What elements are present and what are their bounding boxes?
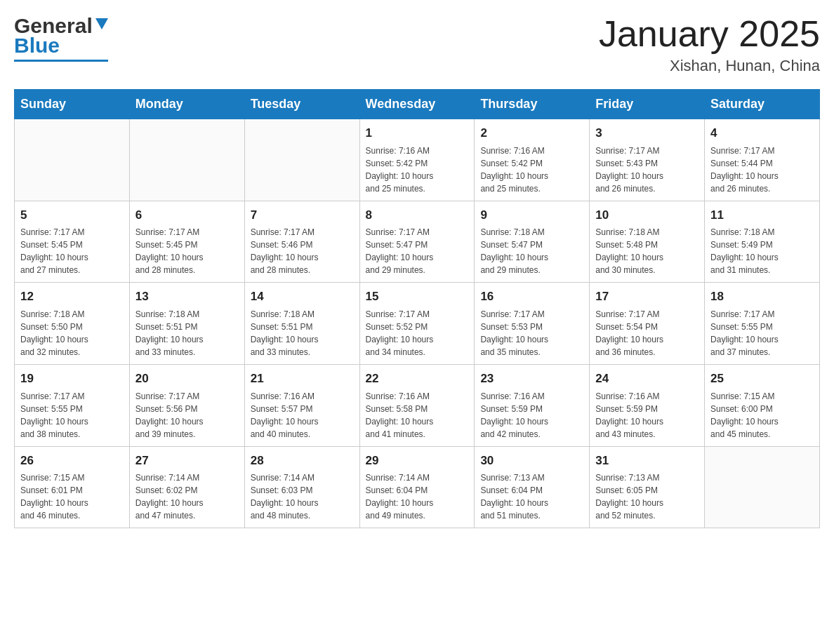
header-saturday: Saturday xyxy=(705,90,820,119)
calendar-day: 19Sunrise: 7:17 AMSunset: 5:55 PMDayligh… xyxy=(15,365,130,447)
day-number: 25 xyxy=(710,370,814,388)
calendar-body: 1Sunrise: 7:16 AMSunset: 5:42 PMDaylight… xyxy=(15,119,820,528)
calendar-day: 17Sunrise: 7:17 AMSunset: 5:54 PMDayligh… xyxy=(590,283,705,365)
calendar-day: 21Sunrise: 7:16 AMSunset: 5:57 PMDayligh… xyxy=(244,365,359,447)
title-area: January 2025 Xishan, Hunan, China xyxy=(599,14,820,75)
day-number: 1 xyxy=(366,125,469,142)
day-number: 12 xyxy=(20,288,124,306)
calendar-day xyxy=(705,446,820,528)
calendar-day: 9Sunrise: 7:18 AMSunset: 5:47 PMDaylight… xyxy=(475,201,590,283)
calendar-day: 27Sunrise: 7:14 AMSunset: 6:02 PMDayligh… xyxy=(129,446,244,528)
day-info: Sunrise: 7:17 AMSunset: 5:55 PMDaylight:… xyxy=(710,308,814,358)
day-number: 7 xyxy=(251,207,354,224)
day-number: 9 xyxy=(480,207,583,224)
calendar-day: 5Sunrise: 7:17 AMSunset: 5:45 PMDaylight… xyxy=(15,201,130,283)
day-number: 31 xyxy=(595,452,699,470)
calendar-day: 14Sunrise: 7:18 AMSunset: 5:51 PMDayligh… xyxy=(244,283,359,365)
calendar-header: Sunday Monday Tuesday Wednesday Thursday… xyxy=(15,90,820,119)
day-info: Sunrise: 7:14 AMSunset: 6:04 PMDaylight:… xyxy=(366,471,469,522)
calendar-day: 6Sunrise: 7:17 AMSunset: 5:45 PMDaylight… xyxy=(129,201,244,283)
day-number: 18 xyxy=(710,288,814,306)
page-header: General Blue January 2025 Xishan, Hunan,… xyxy=(14,14,820,75)
logo-blue-text: Blue xyxy=(14,34,60,58)
day-info: Sunrise: 7:16 AMSunset: 5:59 PMDaylight:… xyxy=(480,390,583,441)
day-info: Sunrise: 7:18 AMSunset: 5:47 PMDaylight:… xyxy=(480,226,583,276)
calendar-week-4: 19Sunrise: 7:17 AMSunset: 5:55 PMDayligh… xyxy=(15,365,820,447)
day-info: Sunrise: 7:17 AMSunset: 5:45 PMDaylight:… xyxy=(135,226,239,276)
calendar-title: January 2025 xyxy=(599,14,820,54)
day-number: 13 xyxy=(135,288,239,306)
day-info: Sunrise: 7:15 AMSunset: 6:00 PMDaylight:… xyxy=(710,390,814,441)
calendar-day: 28Sunrise: 7:14 AMSunset: 6:03 PMDayligh… xyxy=(244,446,359,528)
calendar-day: 7Sunrise: 7:17 AMSunset: 5:46 PMDaylight… xyxy=(244,201,359,283)
header-friday: Friday xyxy=(590,90,705,119)
day-number: 22 xyxy=(366,370,469,388)
day-number: 15 xyxy=(366,288,469,306)
day-info: Sunrise: 7:17 AMSunset: 5:47 PMDaylight:… xyxy=(366,226,469,276)
day-number: 2 xyxy=(480,125,583,142)
day-number: 29 xyxy=(366,452,469,470)
day-info: Sunrise: 7:17 AMSunset: 5:43 PMDaylight:… xyxy=(595,145,699,195)
day-info: Sunrise: 7:16 AMSunset: 5:57 PMDaylight:… xyxy=(251,390,354,441)
calendar-day xyxy=(129,119,244,201)
day-info: Sunrise: 7:17 AMSunset: 5:46 PMDaylight:… xyxy=(251,226,354,276)
calendar-day: 25Sunrise: 7:15 AMSunset: 6:00 PMDayligh… xyxy=(705,365,820,447)
svg-marker-0 xyxy=(95,18,108,29)
calendar-day: 22Sunrise: 7:16 AMSunset: 5:58 PMDayligh… xyxy=(359,365,475,447)
day-info: Sunrise: 7:17 AMSunset: 5:44 PMDaylight:… xyxy=(710,145,814,195)
calendar-day: 30Sunrise: 7:13 AMSunset: 6:04 PMDayligh… xyxy=(475,446,590,528)
header-monday: Monday xyxy=(129,90,244,119)
day-number: 5 xyxy=(20,207,124,224)
day-info: Sunrise: 7:18 AMSunset: 5:49 PMDaylight:… xyxy=(710,226,814,276)
day-info: Sunrise: 7:16 AMSunset: 5:42 PMDaylight:… xyxy=(366,145,469,195)
calendar-table: Sunday Monday Tuesday Wednesday Thursday… xyxy=(14,89,820,528)
day-info: Sunrise: 7:18 AMSunset: 5:50 PMDaylight:… xyxy=(20,308,124,358)
day-number: 6 xyxy=(135,207,239,224)
day-info: Sunrise: 7:17 AMSunset: 5:54 PMDaylight:… xyxy=(595,308,699,358)
calendar-day: 31Sunrise: 7:13 AMSunset: 6:05 PMDayligh… xyxy=(590,446,705,528)
calendar-day: 23Sunrise: 7:16 AMSunset: 5:59 PMDayligh… xyxy=(475,365,590,447)
calendar-day: 20Sunrise: 7:17 AMSunset: 5:56 PMDayligh… xyxy=(129,365,244,447)
calendar-week-2: 5Sunrise: 7:17 AMSunset: 5:45 PMDaylight… xyxy=(15,201,820,283)
calendar-day: 2Sunrise: 7:16 AMSunset: 5:42 PMDaylight… xyxy=(475,119,590,201)
day-number: 8 xyxy=(366,207,469,224)
day-number: 4 xyxy=(710,125,814,142)
header-thursday: Thursday xyxy=(475,90,590,119)
calendar-day: 12Sunrise: 7:18 AMSunset: 5:50 PMDayligh… xyxy=(15,283,130,365)
day-number: 30 xyxy=(480,452,583,470)
header-wednesday: Wednesday xyxy=(359,90,475,119)
header-row: Sunday Monday Tuesday Wednesday Thursday… xyxy=(15,90,820,119)
day-number: 26 xyxy=(20,452,124,470)
calendar-day xyxy=(15,119,130,201)
calendar-day: 1Sunrise: 7:16 AMSunset: 5:42 PMDaylight… xyxy=(359,119,475,201)
day-info: Sunrise: 7:15 AMSunset: 6:01 PMDaylight:… xyxy=(20,471,124,522)
day-info: Sunrise: 7:17 AMSunset: 5:56 PMDaylight:… xyxy=(135,390,239,441)
day-number: 16 xyxy=(480,288,583,306)
calendar-day: 4Sunrise: 7:17 AMSunset: 5:44 PMDaylight… xyxy=(705,119,820,201)
day-number: 10 xyxy=(595,207,699,224)
day-info: Sunrise: 7:13 AMSunset: 6:04 PMDaylight:… xyxy=(480,471,583,522)
day-info: Sunrise: 7:13 AMSunset: 6:05 PMDaylight:… xyxy=(595,471,699,522)
day-number: 20 xyxy=(135,370,239,388)
calendar-day: 11Sunrise: 7:18 AMSunset: 5:49 PMDayligh… xyxy=(705,201,820,283)
calendar-week-3: 12Sunrise: 7:18 AMSunset: 5:50 PMDayligh… xyxy=(15,283,820,365)
day-number: 11 xyxy=(710,207,814,224)
calendar-day xyxy=(244,119,359,201)
calendar-week-5: 26Sunrise: 7:15 AMSunset: 6:01 PMDayligh… xyxy=(15,446,820,528)
day-number: 28 xyxy=(251,452,354,470)
day-number: 19 xyxy=(20,370,124,388)
day-info: Sunrise: 7:18 AMSunset: 5:48 PMDaylight:… xyxy=(595,226,699,276)
calendar-day: 8Sunrise: 7:17 AMSunset: 5:47 PMDaylight… xyxy=(359,201,475,283)
logo: General Blue xyxy=(14,14,108,62)
day-number: 14 xyxy=(251,288,354,306)
logo-triangle-icon xyxy=(95,18,108,34)
calendar-day: 3Sunrise: 7:17 AMSunset: 5:43 PMDaylight… xyxy=(590,119,705,201)
calendar-day: 24Sunrise: 7:16 AMSunset: 5:59 PMDayligh… xyxy=(590,365,705,447)
calendar-day: 16Sunrise: 7:17 AMSunset: 5:53 PMDayligh… xyxy=(475,283,590,365)
calendar-day: 26Sunrise: 7:15 AMSunset: 6:01 PMDayligh… xyxy=(15,446,130,528)
day-info: Sunrise: 7:18 AMSunset: 5:51 PMDaylight:… xyxy=(251,308,354,358)
header-tuesday: Tuesday xyxy=(244,90,359,119)
logo-underline xyxy=(14,60,108,62)
day-info: Sunrise: 7:14 AMSunset: 6:02 PMDaylight:… xyxy=(135,471,239,522)
day-info: Sunrise: 7:17 AMSunset: 5:55 PMDaylight:… xyxy=(20,390,124,441)
